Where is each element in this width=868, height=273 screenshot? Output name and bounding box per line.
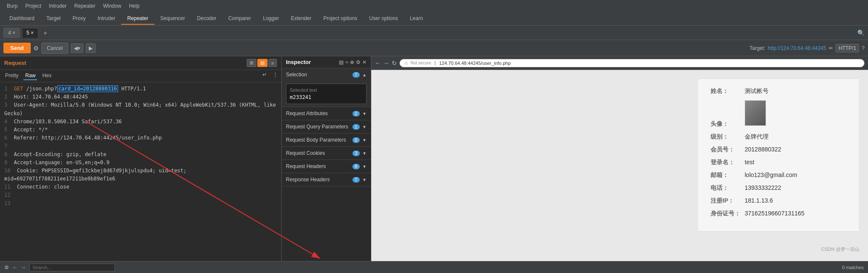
view-grid-button[interactable]: ⊞ <box>247 59 256 67</box>
inspector-wiki-icon[interactable]: ≈ <box>345 59 348 65</box>
request-body-section: Request Body Parameters 0 ▼ <box>282 134 371 147</box>
more-options-icon[interactable]: ⋮ <box>273 72 278 80</box>
request-line-5: 5 Accept: */* <box>4 126 277 134</box>
settings-icon[interactable]: ⚙ <box>4 264 9 270</box>
inspector-settings-icon[interactable]: ⚙ <box>356 59 361 65</box>
tab-hex[interactable]: Hex <box>41 72 53 80</box>
user-phone-row: 电话： 13933332222 <box>711 184 846 192</box>
request-body[interactable]: 1 GET /json.php?card_id=20128880316 HTTP… <box>0 82 281 261</box>
tab-repeater[interactable]: Repeater <box>121 13 154 25</box>
wrap-icon[interactable]: ↵ <box>262 72 267 80</box>
menu-window[interactable]: Window <box>99 1 125 11</box>
tab-decoder[interactable]: Decoder <box>191 13 222 25</box>
view-list-button[interactable]: ≡ <box>268 59 277 67</box>
request-title: Request <box>4 60 26 66</box>
member-id-label: 会员号： <box>711 146 745 154</box>
tab-intruder[interactable]: Intruder <box>92 13 121 25</box>
inspector-panel: Inspector ▤ ≈ ⊕ ⚙ ✕ Selection 7 ▲ Select… <box>282 56 371 261</box>
tab-proxy[interactable]: Proxy <box>67 13 92 25</box>
inspector-close-icon[interactable]: ✕ <box>362 59 367 65</box>
http-version-badge[interactable]: HTTP/1 <box>836 44 859 52</box>
help-icon[interactable]: ? <box>862 45 865 51</box>
browser-nav: ← → ↻ ⚠ Not secure | 124.70.64.48:44245/… <box>371 56 868 70</box>
menu-intruder[interactable]: Intruder <box>46 1 70 11</box>
inspector-icons: ▤ ≈ ⊕ ⚙ ✕ <box>339 59 367 65</box>
tab-pretty[interactable]: Pretty <box>3 72 20 80</box>
matches-count: 0 matches <box>842 265 864 270</box>
user-avatar-row: 头像： <box>711 100 846 128</box>
user-name-row: 姓名： 测试帐号 <box>711 87 846 95</box>
request-attributes-header[interactable]: Request Attributes 2 ▼ <box>282 107 371 120</box>
request-line-9: 9 Accept-Language: en-US,en;q=0.9 <box>4 159 277 167</box>
tab-sequencer[interactable]: Sequencer <box>154 13 191 25</box>
request-line-13: 13 <box>4 200 277 208</box>
nav-next-button[interactable]: ▶ <box>86 44 96 53</box>
inspector-title: Inspector <box>286 59 311 65</box>
arrow-right-icon[interactable]: → <box>21 264 26 270</box>
request-panel: Request ⊞ ▤ ≡ Pretty Raw Hex ↵ ⋮ 1 GET /… <box>0 56 282 261</box>
selection-count: 7 <box>352 72 360 78</box>
selection-arrow-icon: ▲ <box>362 73 367 77</box>
nav-prev-button[interactable]: ◀▾ <box>71 44 83 53</box>
user-login-row: 登录名： test <box>711 159 846 166</box>
response-headers-arrow: ▼ <box>362 177 367 182</box>
arrow-left-icon[interactable]: ← <box>12 264 17 270</box>
menu-help[interactable]: Help <box>125 1 143 11</box>
new-tab-button[interactable]: + <box>40 28 50 38</box>
request-line-12: 12 <box>4 191 277 199</box>
request-headers-label: Request Headers <box>286 163 326 169</box>
request-cookies-section: Request Cookies 3 ▼ <box>282 147 371 160</box>
repeater-tab-bar: 4 × 5 × + 🔍 <box>0 26 868 40</box>
user-register-ip-row: 注册IP： 181.1.13.6 <box>711 197 846 205</box>
name-value: 测试帐号 <box>745 87 769 95</box>
view-split-button[interactable]: ▤ <box>257 59 268 67</box>
request-headers-header[interactable]: Request Headers 8 ▼ <box>282 160 371 173</box>
menu-project[interactable]: Project <box>22 1 44 11</box>
selection-section-header[interactable]: Selection 7 ▲ <box>282 68 371 81</box>
selection-label: Selection <box>286 72 307 78</box>
browser-reload-button[interactable]: ↻ <box>392 60 397 67</box>
request-line-7: 7 <box>4 142 277 150</box>
main-area: Request ⊞ ▤ ≡ Pretty Raw Hex ↵ ⋮ 1 GET /… <box>0 56 868 261</box>
tab-logger[interactable]: Logger <box>257 13 285 25</box>
tab-user-options[interactable]: User options <box>363 13 404 25</box>
request-panel-header: Request ⊞ ▤ ≡ <box>0 56 281 70</box>
repeater-tab-5[interactable]: 5 × <box>22 28 38 38</box>
tab-project-options[interactable]: Project options <box>317 13 363 25</box>
tab-comparer[interactable]: Comparer <box>222 13 257 25</box>
request-cookies-header[interactable]: Request Cookies 3 ▼ <box>282 147 371 160</box>
search-input[interactable] <box>29 264 115 271</box>
request-query-header[interactable]: Request Query Parameters 1 ▼ <box>282 120 371 133</box>
view-buttons: ⊞ ▤ ≡ <box>247 59 277 67</box>
request-body-header[interactable]: Request Body Parameters 0 ▼ <box>282 134 371 146</box>
tab-target[interactable]: Target <box>41 13 67 25</box>
edit-target-icon[interactable]: ✏ <box>829 45 833 51</box>
request-body-label: Request Body Parameters <box>286 137 346 143</box>
avatar-image <box>745 100 766 126</box>
tab-dashboard[interactable]: Dashboard <box>3 13 41 25</box>
search-icon[interactable]: 🔍 <box>857 29 865 36</box>
cancel-button[interactable]: Cancel <box>41 43 68 54</box>
gear-icon[interactable]: ⚙ <box>33 45 39 52</box>
user-email-row: 邮箱： lolo123@gmail.com <box>711 171 846 179</box>
email-label: 邮箱： <box>711 171 745 179</box>
selected-text-value: m233241 <box>290 94 363 100</box>
tab-raw[interactable]: Raw <box>23 72 37 80</box>
inspector-selection-section: Selection 7 ▲ Selected text m233241 <box>282 68 371 107</box>
browser-panel: ← → ↻ ⚠ Not secure | 124.70.64.48:44245/… <box>371 56 868 261</box>
tab-extender[interactable]: Extender <box>285 13 317 25</box>
inspector-center-icon[interactable]: ⊕ <box>350 59 354 65</box>
request-body-count: 0 <box>352 137 360 143</box>
watermark-area: CSDN @梦一语山 <box>821 242 859 253</box>
repeater-tab-4[interactable]: 4 × <box>3 28 20 38</box>
send-button[interactable]: Send <box>3 43 31 53</box>
response-headers-header[interactable]: Response Headers 7 ▼ <box>282 173 371 186</box>
browser-back-button[interactable]: ← <box>375 60 381 67</box>
menu-burp[interactable]: Burp <box>3 1 21 11</box>
browser-forward-button[interactable]: → <box>383 60 389 67</box>
browser-url-bar[interactable]: ⚠ Not secure | 124.70.64.48:44245/user_i… <box>399 59 865 67</box>
inspector-toggle-icon[interactable]: ▤ <box>339 59 344 65</box>
register-ip-label: 注册IP： <box>711 197 745 205</box>
tab-learn[interactable]: Learn <box>404 13 429 25</box>
menu-repeater[interactable]: Repeater <box>71 1 99 11</box>
